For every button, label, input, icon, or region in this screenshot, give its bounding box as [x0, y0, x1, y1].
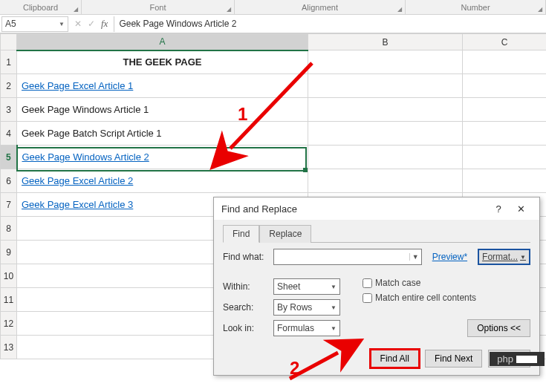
row-header[interactable]: 3: [1, 98, 17, 122]
find-replace-dialog: Find and Replace ? ✕ Find Replace Find w…: [213, 197, 540, 376]
row-header[interactable]: 7: [1, 193, 17, 217]
cell-C5[interactable]: [463, 146, 547, 169]
ribbon-group-clipboard: Clipboard◢: [0, 0, 82, 14]
dialog-launcher-icon[interactable]: ◢: [536, 5, 544, 13]
cell-A3[interactable]: Geek Page Windows Article 1: [17, 98, 308, 122]
dialog-title: Find and Replace: [221, 203, 297, 215]
cell-B6[interactable]: [308, 169, 463, 193]
cell-B3[interactable]: [308, 98, 463, 122]
enter-icon: ✓: [88, 19, 95, 29]
annotation-number-1: 1: [238, 104, 247, 125]
row-header[interactable]: 4: [1, 122, 17, 146]
row-header[interactable]: 8: [1, 217, 17, 241]
row-header[interactable]: 9: [1, 241, 17, 264]
ribbon-group-font: Font◢: [82, 0, 235, 14]
cell-B1[interactable]: [308, 50, 463, 74]
watermark: php: [490, 352, 545, 366]
ribbon-group-number: Number◢: [406, 0, 546, 14]
fx-icon[interactable]: fx: [101, 18, 108, 30]
find-what-label: Find what:: [223, 252, 269, 262]
find-what-dropdown-icon[interactable]: ▼: [409, 253, 421, 261]
format-button-label: Format...: [482, 252, 518, 262]
cell-C6[interactable]: [463, 169, 547, 193]
ribbon-groups: Clipboard◢Font◢Alignment◢Number◢: [0, 0, 546, 15]
row-header[interactable]: 2: [1, 74, 17, 98]
cell-C3[interactable]: [463, 98, 547, 122]
tab-replace[interactable]: Replace: [259, 225, 311, 243]
format-dropdown-icon[interactable]: ▼: [520, 254, 526, 261]
dialog-tabs: Find Replace: [223, 224, 530, 243]
column-header-A[interactable]: A: [17, 34, 308, 50]
cancel-icon: ✕: [74, 19, 82, 29]
cell-C2[interactable]: [463, 74, 547, 98]
cell-A1[interactable]: THE GEEK PAGE: [17, 50, 308, 74]
lookin-label: Look in:: [223, 323, 269, 333]
within-label: Within:: [223, 281, 269, 292]
cell-A2[interactable]: Geek Page Excel Article 1: [17, 74, 308, 98]
dialog-launcher-icon[interactable]: ◢: [224, 5, 233, 13]
ribbon-group-alignment: Alignment◢: [235, 0, 406, 14]
preview-link[interactable]: Preview*: [426, 252, 473, 262]
cell-A6[interactable]: Geek Page Excel Article 2: [17, 169, 308, 193]
row-header[interactable]: 1: [1, 50, 17, 74]
dialog-launcher-icon[interactable]: ◢: [71, 5, 79, 13]
row-header[interactable]: 10: [1, 264, 17, 288]
name-box-value: A5: [5, 19, 16, 29]
dialog-titlebar[interactable]: Find and Replace ? ✕: [214, 197, 539, 220]
cell-A5[interactable]: Geek Page Windows Article 2: [17, 146, 308, 169]
name-box-dropdown-icon[interactable]: ▼: [59, 21, 65, 27]
name-box[interactable]: A5 ▼: [1, 16, 68, 32]
help-button[interactable]: ?: [487, 203, 510, 215]
formula-bar-buttons: ✕ ✓ fx: [68, 18, 114, 30]
row-header[interactable]: 13: [1, 336, 17, 359]
cell-C1[interactable]: [463, 50, 547, 74]
options-button[interactable]: Options <<: [467, 319, 530, 337]
annotation-number-2: 2: [290, 358, 299, 379]
close-icon[interactable]: ✕: [510, 203, 532, 215]
cell-A4[interactable]: Geek Page Batch Script Article 1: [17, 122, 308, 146]
column-header-B[interactable]: B: [308, 34, 463, 50]
select-all-corner[interactable]: [1, 34, 17, 50]
cell-B5[interactable]: [308, 146, 463, 169]
column-header-C[interactable]: C: [463, 34, 547, 50]
cell-B4[interactable]: [308, 122, 463, 146]
search-select[interactable]: By Rows▼: [273, 299, 340, 316]
row-header[interactable]: 5: [1, 146, 17, 169]
row-header[interactable]: 11: [1, 288, 17, 312]
find-next-button[interactable]: Find Next: [425, 350, 482, 368]
format-button[interactable]: Format... ▼: [478, 249, 530, 265]
row-header[interactable]: 12: [1, 312, 17, 336]
formula-bar[interactable]: Geek Page Windows Article 2: [114, 16, 546, 32]
formula-bar-row: A5 ▼ ✕ ✓ fx Geek Page Windows Article 2: [0, 15, 546, 33]
match-entire-checkbox[interactable]: Match entire cell contents: [363, 293, 530, 303]
dialog-launcher-icon[interactable]: ◢: [395, 5, 403, 13]
within-select[interactable]: Sheet▼: [273, 278, 340, 295]
formula-bar-value: Geek Page Windows Article 2: [119, 19, 236, 29]
tab-find[interactable]: Find: [223, 225, 259, 243]
match-case-checkbox[interactable]: Match case: [363, 278, 530, 288]
cell-B2[interactable]: [308, 74, 463, 98]
search-label: Search:: [223, 302, 269, 313]
cell-C4[interactable]: [463, 122, 547, 146]
row-header[interactable]: 6: [1, 169, 17, 193]
lookin-select[interactable]: Formulas▼: [273, 320, 340, 336]
find-what-input[interactable]: ▼: [273, 249, 422, 265]
find-all-button[interactable]: Find All: [371, 350, 419, 368]
